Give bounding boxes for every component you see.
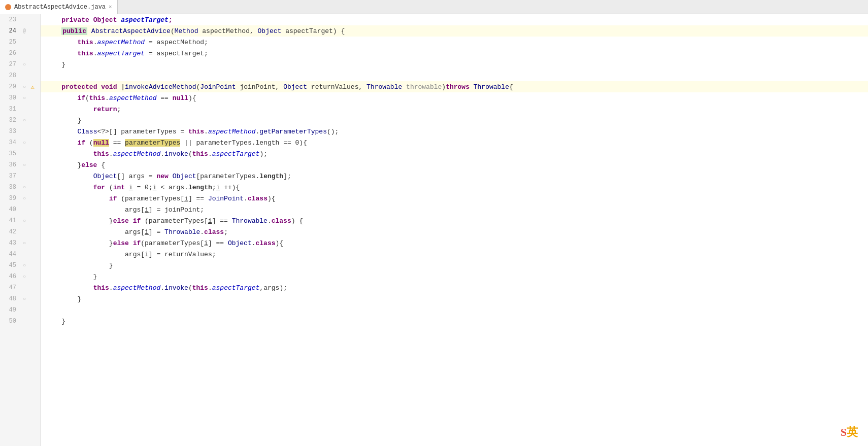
code-line-33: Class<?>[] parameterTypes = this.aspectM…: [41, 126, 868, 137]
gutter-row-34: 34 ○: [0, 137, 40, 148]
line-num-31: 31: [0, 106, 20, 113]
code-line-30: if(this.aspectMethod == null){: [41, 92, 868, 104]
line-num-45: 45: [0, 262, 20, 269]
fold-icon-48[interactable]: ○: [20, 296, 28, 302]
line-48-content: }: [46, 295, 81, 303]
line-num-30: 30: [0, 94, 20, 101]
code-line-46: }: [41, 271, 868, 282]
fold-icon-34[interactable]: ○: [20, 140, 28, 146]
gutter-row-49: 49: [0, 304, 40, 316]
line-num-44: 44: [0, 251, 20, 258]
editor-tab[interactable]: AbstractAspectAdvice.java ×: [0, 0, 118, 14]
line-25-content: this.aspectMethod = aspectMethod;: [46, 39, 208, 46]
line-num-37: 37: [0, 173, 20, 180]
code-line-36: }else {: [41, 159, 868, 170]
code-line-44: args[i] = returnValues;: [41, 249, 868, 260]
line-38-content: for (int i = 0;i < args.length;i ++){: [46, 184, 240, 191]
gutter-row-23: 23: [0, 14, 40, 25]
gutter-row-30: 30 ○: [0, 92, 40, 104]
code-line-26: this.aspectTarget = aspectTarget;: [41, 48, 868, 59]
code-line-42: args[i] = Throwable.class;: [41, 226, 868, 237]
code-lines[interactable]: private Object aspectTarget; public Abst…: [41, 14, 868, 446]
tab-close-button[interactable]: ×: [109, 4, 112, 10]
java-file-icon: [5, 4, 11, 10]
fold-icon-45[interactable]: ○: [20, 263, 28, 268]
line-31-content: return;: [46, 106, 121, 113]
fold-icon-46[interactable]: ○: [20, 274, 28, 280]
line-43-content: }else if(parameterTypes[i] == Object.cla…: [46, 239, 283, 247]
line-num-29: 29: [0, 83, 20, 90]
gutter-row-45: 45 ○: [0, 260, 40, 271]
line-num-27: 27: [0, 61, 20, 68]
gutter-row-47: 47: [0, 282, 40, 293]
fold-icon-29[interactable]: ○: [20, 84, 28, 90]
line-num-25: 25: [0, 39, 20, 46]
code-line-43: }else if(parameterTypes[i] == Object.cla…: [41, 237, 868, 249]
fold-icon-43[interactable]: ○: [20, 241, 28, 246]
line-num-48: 48: [0, 295, 20, 302]
code-line-25: this.aspectMethod = aspectMethod;: [41, 37, 868, 48]
gutter-row-46: 46 ○: [0, 271, 40, 282]
line-32-content: }: [46, 117, 81, 124]
tab-bar: AbstractAspectAdvice.java ×: [0, 0, 868, 14]
code-line-29: protected void |invokeAdviceMethod(JoinP…: [41, 81, 868, 92]
fold-icon-27[interactable]: ○: [20, 62, 28, 67]
line-46-content: }: [46, 273, 97, 281]
line-num-36: 36: [0, 161, 20, 168]
fold-icon-24[interactable]: @: [20, 28, 28, 34]
code-line-40: args[i] = joinPoint;: [41, 204, 868, 215]
line-45-content: }: [46, 262, 113, 269]
gutter-row-40: 40: [0, 204, 40, 215]
line-44-content: args[i] = returnValues;: [46, 251, 216, 258]
line-num-23: 23: [0, 16, 20, 23]
code-line-34: if (null == parameterTypes || parameterT…: [41, 137, 868, 148]
line-num-34: 34: [0, 139, 20, 146]
gutter-row-28: 28: [0, 70, 40, 81]
code-line-47: this.aspectMethod.invoke(this.aspectTarg…: [41, 282, 868, 293]
code-line-49: [41, 304, 868, 316]
fold-icon-38[interactable]: ○: [20, 185, 28, 190]
warn-icon-29: ⚠: [28, 83, 37, 91]
gutter-row-27: 27 ○: [0, 59, 40, 70]
gutter-row-48: 48 ○: [0, 293, 40, 304]
fold-icon-39[interactable]: ○: [20, 196, 28, 201]
line-30-content: if(this.aspectMethod == null){: [46, 94, 196, 102]
line-num-42: 42: [0, 228, 20, 235]
line-num-33: 33: [0, 128, 20, 135]
gutter-row-31: 31: [0, 104, 40, 115]
gutter-row-37: 37: [0, 170, 40, 182]
code-line-38: for (int i = 0;i < args.length;i ++){: [41, 182, 868, 193]
gutter-row-25: 25: [0, 37, 40, 48]
line-num-50: 50: [0, 318, 20, 325]
fold-icon-32[interactable]: ○: [20, 118, 28, 123]
line-num-40: 40: [0, 206, 20, 213]
line-39-content: if (parameterTypes[i] == JoinPoint.class…: [46, 195, 276, 202]
gutter-row-33: 33: [0, 126, 40, 137]
code-line-50: }: [41, 316, 868, 327]
line-num-28: 28: [0, 72, 20, 79]
gutter-row-32: 32 ○: [0, 115, 40, 126]
line-47-content: this.aspectMethod.invoke(this.aspectTarg…: [46, 284, 287, 292]
line-num-26: 26: [0, 50, 20, 57]
code-panel: 23 24 @ 25 26: [0, 14, 868, 446]
gutter-row-29: 29 ○ ⚠: [0, 81, 40, 92]
line-num-41: 41: [0, 217, 20, 224]
gutter-row-38: 38 ○: [0, 182, 40, 193]
line-34-content: if (null == parameterTypes || parameterT…: [46, 139, 307, 147]
fold-icon-41[interactable]: ○: [20, 218, 28, 224]
tab-label: AbstractAspectAdvice.java: [14, 4, 106, 11]
code-line-48: }: [41, 293, 868, 304]
code-line-32: }: [41, 115, 868, 126]
line-35-content: this.aspectMethod.invoke(this.aspectTarg…: [46, 150, 268, 158]
gutter-row-42: 42: [0, 226, 40, 237]
fold-icon-36[interactable]: ○: [20, 162, 28, 168]
gutter-row-35: 35: [0, 148, 40, 159]
line-29-content: protected void |invokeAdviceMethod(JoinP…: [46, 83, 513, 91]
line-num-49: 49: [0, 306, 20, 314]
line-num-38: 38: [0, 184, 20, 191]
gutter-row-43: 43 ○: [0, 237, 40, 249]
gutter-row-36: 36 ○: [0, 159, 40, 170]
line-24-content: public AbstractAspectAdvice(Method aspec…: [46, 27, 345, 35]
line-42-content: args[i] = Throwable.class;: [46, 228, 228, 236]
fold-icon-30[interactable]: ○: [20, 95, 28, 101]
